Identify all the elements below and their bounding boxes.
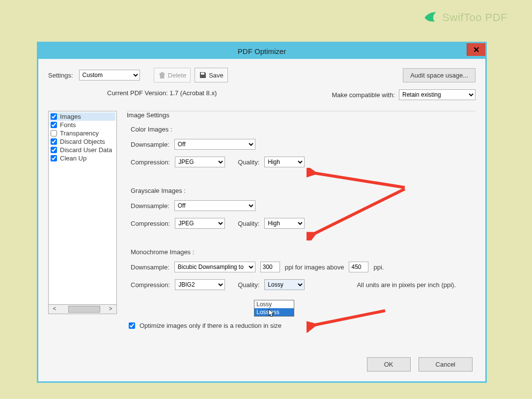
close-button[interactable]: ✕ (467, 43, 485, 56)
mono-title: Monochrome Images : (131, 248, 476, 256)
sidebar-cb-discard-user-data[interactable] (51, 147, 57, 153)
grayscale-images-group: Grayscale Images : Downsample: Off Compr… (127, 187, 476, 229)
scroll-track[interactable] (60, 305, 105, 314)
optimize-only-if-reduction-cb[interactable] (129, 322, 135, 329)
section-title: Image Settings (127, 111, 476, 119)
body-area: Images Fonts Transparency Discard Object… (38, 100, 485, 314)
gray-downsample-select[interactable]: Off (174, 200, 255, 211)
mono-quality-dropdown[interactable]: Lossy Lossless (254, 300, 294, 317)
mono-quality-select[interactable]: Lossy (264, 279, 305, 290)
mono-ppi-above[interactable] (349, 262, 368, 272)
sidebar-cb-transparency[interactable] (51, 130, 57, 136)
gray-compression-select[interactable]: JPEG (175, 218, 225, 229)
gray-quality-select[interactable]: High (264, 218, 305, 229)
mono-ppi-mid: ppi for images above (285, 264, 344, 271)
sidebar-hscrollbar[interactable]: < > (48, 305, 117, 314)
sidebar-cb-images[interactable] (51, 113, 57, 120)
brand-logo: SwifToo PDF (423, 11, 507, 25)
sidebar-cb-fonts[interactable] (51, 122, 57, 128)
pdf-version-text: Current PDF Version: 1.7 (Acrobat 8.x) (107, 89, 217, 100)
color-quality-label: Quality: (238, 159, 259, 166)
units-note: All units are in pixels per inch (ppi). (357, 281, 456, 289)
titlebar: PDF Optimizer ✕ (38, 43, 485, 59)
save-icon (199, 71, 207, 79)
gray-downsample-label: Downsample: (131, 202, 169, 210)
sidebar-item-transparency[interactable]: Transparency (50, 129, 115, 137)
monochrome-images-group: Monochrome Images : Downsample: Bicubic … (127, 248, 476, 290)
color-quality-select[interactable]: High (264, 157, 305, 167)
sidebar-item-clean-up[interactable]: Clean Up (50, 154, 115, 162)
cancel-button[interactable]: Cancel (419, 357, 473, 372)
toolbar: Settings: Custom Delete Save Audit space… (38, 59, 485, 82)
mono-downsample-label: Downsample: (131, 264, 169, 271)
optimize-cb-label: Optimize images only if there is a reduc… (140, 322, 281, 329)
mono-compression-label: Compression: (131, 281, 170, 289)
mono-quality-label: Quality: (238, 281, 259, 289)
scroll-left-button[interactable]: < (49, 305, 60, 314)
color-compression-label: Compression: (131, 159, 170, 166)
sidebar-item-fonts[interactable]: Fonts (50, 121, 115, 129)
sidebar-cb-clean-up[interactable] (51, 155, 57, 161)
sidebar-list: Images Fonts Transparency Discard Object… (48, 111, 117, 305)
audit-space-button[interactable]: Audit space usage... (403, 68, 476, 82)
close-icon: ✕ (473, 45, 479, 54)
save-button[interactable]: Save (195, 68, 228, 82)
scroll-thumb[interactable] (68, 306, 100, 313)
color-downsample-select[interactable]: Off (174, 139, 255, 150)
mono-compression-select[interactable]: JBIG2 (175, 279, 225, 290)
settings-select[interactable]: Custom (79, 70, 140, 80)
sidebar-item-discard-objects[interactable]: Discard Objects (50, 137, 115, 146)
color-images-group: Color Images : Downsample: Off Compressi… (127, 126, 476, 167)
scroll-right-button[interactable]: > (105, 305, 116, 314)
delete-button: Delete (154, 68, 191, 82)
brand-text: SwifToo PDF (442, 11, 507, 24)
sidebar-cb-discard-objects[interactable] (51, 138, 57, 145)
info-row: Current PDF Version: 1.7 (Acrobat 8.x) M… (38, 82, 485, 100)
mono-ppi-end: ppi. (373, 264, 384, 271)
gray-title: Grayscale Images : (131, 187, 476, 194)
mono-ppi-target[interactable] (260, 262, 280, 272)
settings-label: Settings: (48, 72, 73, 79)
sidebar: Images Fonts Transparency Discard Object… (48, 111, 117, 314)
sidebar-item-discard-user-data[interactable]: Discard User Data (50, 146, 115, 154)
trash-icon (158, 71, 166, 79)
gray-quality-label: Quality: (238, 220, 259, 227)
window-title: PDF Optimizer (38, 43, 485, 59)
color-compression-select[interactable]: JPEG (175, 157, 225, 167)
mono-quality-opt-lossy[interactable]: Lossy (254, 300, 294, 308)
mono-quality-opt-lossless[interactable]: Lossless (254, 308, 294, 316)
swiftoo-icon (423, 11, 437, 25)
ok-button[interactable]: OK (367, 357, 411, 372)
sidebar-item-images[interactable]: Images (50, 112, 115, 121)
compat-select[interactable]: Retain existing (399, 89, 476, 100)
color-downsample-label: Downsample: (131, 141, 169, 148)
compat-label: Make compatible with: (332, 91, 395, 99)
gray-compression-label: Compression: (131, 220, 170, 227)
image-settings-panel: Image Settings Color Images : Downsample… (127, 111, 476, 314)
mono-downsample-select[interactable]: Bicubic Downsampling to (174, 262, 255, 272)
pdf-optimizer-window: PDF Optimizer ✕ Settings: Custom Delete … (37, 42, 487, 383)
footer-buttons: OK Cancel (367, 357, 473, 372)
color-title: Color Images : (131, 126, 476, 133)
optimize-checkbox-row: Optimize images only if there is a reduc… (127, 321, 485, 330)
